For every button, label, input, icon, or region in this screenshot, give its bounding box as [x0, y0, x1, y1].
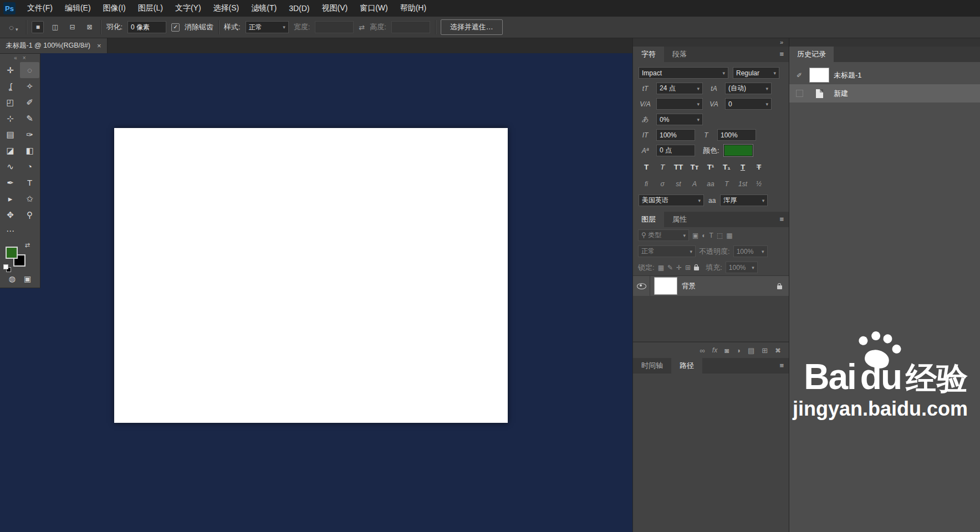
- visibility-toggle[interactable]: [633, 276, 650, 296]
- tab-properties[interactable]: 属性: [664, 212, 695, 227]
- swap-dimensions-icon[interactable]: ⇄: [359, 23, 365, 32]
- brush-tool[interactable]: ✎: [20, 110, 39, 126]
- history-source-checkbox[interactable]: [796, 90, 803, 97]
- tab-paragraph[interactable]: 段落: [664, 47, 695, 62]
- lock-artboard-icon[interactable]: ⊞: [685, 264, 691, 272]
- antialias-checkbox[interactable]: ✓: [171, 23, 180, 32]
- lasso-tool[interactable]: ʆ: [1, 78, 20, 94]
- standard-ligatures-button[interactable]: fi: [639, 177, 654, 191]
- menu-filter[interactable]: 滤镜(T): [245, 0, 283, 17]
- add-selection-button[interactable]: ◫: [49, 21, 61, 33]
- select-and-mask-button[interactable]: 选择并遮住…: [441, 19, 503, 35]
- lock-all-icon[interactable]: [694, 267, 699, 270]
- close-icon[interactable]: ×: [97, 42, 101, 50]
- dodge-tool[interactable]: ◔: [20, 158, 39, 175]
- stylistic-alternates-button[interactable]: aa: [703, 177, 718, 191]
- tab-character[interactable]: 字符: [633, 47, 664, 62]
- new-group-icon[interactable]: ▤: [748, 346, 754, 355]
- tracking-dropdown[interactable]: 0 ▾: [725, 98, 772, 110]
- collapse-toolbar-icon[interactable]: «: [14, 55, 17, 61]
- menu-select[interactable]: 选择(S): [207, 0, 246, 17]
- shape-tool[interactable]: ✩: [20, 191, 39, 207]
- filter-type-layers-icon[interactable]: T: [710, 232, 713, 239]
- foreground-color-swatch[interactable]: [6, 247, 18, 259]
- screen-mode-icon[interactable]: ▣: [24, 274, 31, 283]
- new-layer-icon[interactable]: ⊞: [762, 346, 768, 355]
- eyedropper-tool[interactable]: ✐: [20, 94, 39, 110]
- tab-history[interactable]: 历史记录: [789, 47, 834, 62]
- menu-3d[interactable]: 3D(D): [283, 0, 315, 17]
- contextual-alternates-button[interactable]: σ: [655, 177, 670, 191]
- width-input[interactable]: [315, 21, 354, 33]
- small-caps-button[interactable]: Tᴛ: [687, 160, 702, 173]
- delete-layer-icon[interactable]: ✖: [775, 346, 781, 355]
- underline-button[interactable]: T: [735, 160, 751, 173]
- tab-layers[interactable]: 图层: [633, 212, 664, 227]
- layer-thumbnail[interactable]: [655, 278, 677, 294]
- pen-tool[interactable]: ✒: [1, 175, 20, 191]
- style-dropdown[interactable]: 正常 ▾: [246, 21, 289, 33]
- spot-healing-brush-tool[interactable]: ⊹: [1, 110, 20, 126]
- menu-edit[interactable]: 编辑(E): [59, 0, 97, 17]
- filter-shape-layers-icon[interactable]: ⬚: [717, 232, 723, 239]
- crop-tool[interactable]: ◰: [1, 94, 20, 110]
- link-layers-icon[interactable]: ∞: [700, 346, 705, 355]
- filter-smart-objects-icon[interactable]: ▦: [726, 232, 732, 239]
- lock-pixels-icon[interactable]: ✎: [667, 264, 673, 272]
- layer-row-background[interactable]: 背景: [633, 276, 789, 296]
- menu-view[interactable]: 视图(V): [315, 0, 354, 17]
- discretionary-ligatures-button[interactable]: st: [671, 177, 686, 191]
- superscript-button[interactable]: T¹: [703, 160, 718, 173]
- layer-mask-icon[interactable]: ◙: [724, 346, 729, 355]
- filter-pixel-layers-icon[interactable]: ▣: [692, 232, 698, 239]
- menu-image[interactable]: 图像(I): [97, 0, 132, 17]
- opacity-dropdown[interactable]: 100% ▾: [733, 245, 768, 257]
- menu-file[interactable]: 文件(F): [21, 0, 59, 17]
- document-tab[interactable]: 未标题-1 @ 100%(RGB/8#) ×: [0, 38, 108, 53]
- paint-bucket-tool[interactable]: ◧: [20, 142, 39, 158]
- tool-preset-picker[interactable]: ◌ ▾: [6, 23, 21, 32]
- menu-type[interactable]: 文字(Y): [169, 0, 207, 17]
- lock-position-icon[interactable]: ✛: [676, 264, 682, 272]
- eraser-tool[interactable]: ◪: [1, 142, 20, 158]
- horizontal-scale-input[interactable]: 100%: [717, 129, 756, 141]
- hand-tool[interactable]: ✥: [1, 207, 20, 223]
- tab-paths[interactable]: 路径: [671, 358, 702, 374]
- proportional-spacing-dropdown[interactable]: 0% ▾: [656, 114, 703, 125]
- close-icon[interactable]: ×: [23, 55, 26, 61]
- panel-menu-icon[interactable]: ≡: [779, 361, 784, 370]
- smudge-tool[interactable]: ∿: [1, 158, 20, 175]
- clone-stamp-tool[interactable]: ▤: [1, 126, 20, 142]
- canvas-workspace[interactable]: « × ✛ ◌ ʆ ✧ ◰ ✐ ⊹ ✎ ▤ ✑ ◪ ◧ ∿ ◔ ✒ T ▸: [0, 53, 632, 532]
- faux-bold-button[interactable]: T: [639, 160, 654, 173]
- titling-alternates-button[interactable]: T: [719, 177, 734, 191]
- quick-selection-tool[interactable]: ✧: [20, 78, 39, 94]
- language-dropdown[interactable]: 美国英语 ▾: [639, 195, 704, 206]
- menu-help[interactable]: 帮助(H): [394, 0, 432, 17]
- strikethrough-button[interactable]: T: [751, 160, 767, 173]
- history-brush-tool[interactable]: ✑: [20, 126, 39, 142]
- subscript-button[interactable]: T₁: [719, 160, 734, 173]
- ps-app-icon[interactable]: Ps: [3, 2, 16, 14]
- elliptical-marquee-tool[interactable]: ◌: [20, 62, 39, 78]
- fractions-button[interactable]: ½: [751, 177, 767, 191]
- move-tool[interactable]: ✛: [1, 62, 20, 78]
- type-tool[interactable]: T: [20, 175, 39, 191]
- zoom-tool[interactable]: ⚲: [20, 207, 39, 223]
- kerning-dropdown[interactable]: ▾: [656, 98, 703, 110]
- leading-dropdown[interactable]: (自动) ▾: [725, 83, 772, 94]
- all-caps-button[interactable]: TT: [671, 160, 686, 173]
- history-state-row[interactable]: 新建: [789, 84, 980, 103]
- history-brush-source-icon[interactable]: ✐: [794, 71, 805, 79]
- swap-colors-icon[interactable]: ⇄: [25, 242, 30, 249]
- lock-transparency-icon[interactable]: ▦: [658, 264, 664, 272]
- font-size-dropdown[interactable]: 24 点 ▾: [656, 83, 703, 94]
- panel-menu-icon[interactable]: ≡: [779, 215, 784, 223]
- menu-window[interactable]: 窗口(W): [354, 0, 394, 17]
- font-style-dropdown[interactable]: Regular ▾: [733, 67, 779, 79]
- edit-toolbar-button[interactable]: ⋯: [1, 223, 20, 239]
- layer-filter-dropdown[interactable]: ⚲ 类型 ▾: [638, 229, 689, 241]
- vertical-scale-input[interactable]: 100%: [656, 129, 695, 141]
- height-input[interactable]: [391, 21, 430, 33]
- adjustment-layer-icon[interactable]: ◑: [736, 346, 741, 355]
